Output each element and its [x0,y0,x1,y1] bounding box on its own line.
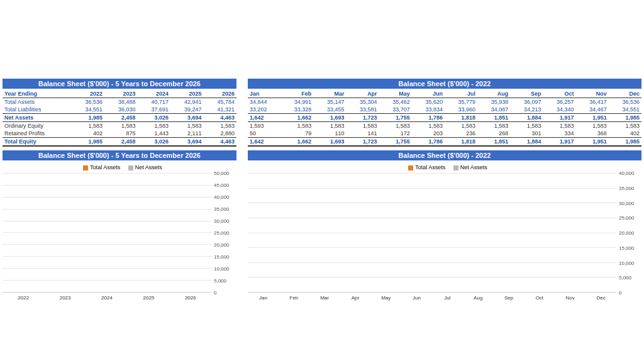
col-h: Mar [313,90,346,98]
legend-label: Total Assets [415,164,445,170]
cell: 268 [477,130,510,138]
cell: 1,723 [346,138,379,147]
cell: 1,851 [477,138,510,147]
x-tick: 2024 [86,295,128,301]
col-h: Nov [576,90,609,98]
col-h: 2025 [170,90,203,98]
cell: 1,723 [346,114,379,122]
cell: 33,455 [313,106,346,114]
x-tick: 2026 [170,295,211,301]
cell: 1,884 [510,138,543,147]
cell: 1,693 [313,138,346,147]
x-tick: Jul [432,295,463,301]
cell: 36,257 [543,98,575,106]
cell: 236 [445,130,477,138]
cell: 1,583 [445,122,477,130]
cell: 1,917 [543,138,575,147]
x-tick: Jun [401,295,432,301]
cell: 1,985 [72,114,104,122]
cell: 1,786 [412,138,445,147]
cell: 35,620 [412,98,445,106]
cell: 1,818 [445,138,477,147]
cell: 1,583 [510,122,543,130]
y-tick: 0 [619,290,621,296]
cell: 2,880 [203,130,236,138]
left-chart-title: Balance Sheet ($'000) - 5 Years to Decem… [3,150,236,160]
cell: 79 [280,130,313,138]
y-tick: 45,000 [214,182,229,188]
x-tick: Sep [494,295,525,301]
cell: 3,694 [170,138,203,147]
y-tick: 15,000 [214,254,229,260]
cell: 34,467 [576,106,609,114]
cell: 1,583 [170,122,203,130]
col-h: Jun [412,90,445,98]
col-h: 2026 [203,90,236,98]
cell: 402 [609,130,641,138]
cell: 34,551 [609,106,641,114]
y-tick: 40,000 [619,170,634,176]
x-tick: Feb [279,295,309,301]
legend-swatch-orange [408,165,413,170]
cell: 33,581 [346,106,379,114]
cell: 1,583 [609,122,641,130]
col-h: Jan [248,90,280,98]
col-h: 2024 [138,90,170,98]
cell: 1,917 [543,114,575,122]
cell: 1,951 [576,114,609,122]
cell: 1,583 [346,122,379,130]
cell: 35,147 [313,98,346,106]
cell: 1,593 [248,122,280,130]
cell: 36,536 [609,98,641,106]
cell: 203 [412,130,445,138]
col-h: Oct [543,90,575,98]
cell: 1,985 [609,138,641,147]
cell: 1,583 [72,122,104,130]
x-tick: Mar [309,295,340,301]
x-tick: Aug [463,295,494,301]
x-tick: Nov [555,295,586,301]
cell: 1,583 [412,122,445,130]
legend-label: Net Assets [460,164,487,170]
y-tick: 35,000 [214,206,229,212]
legend-swatch-orange [83,165,88,170]
cell: 875 [104,130,137,138]
row-label: Total Liabilities [3,106,72,114]
cell: 1,851 [477,114,510,122]
cell: 34,213 [510,106,543,114]
cell: 41,321 [203,106,236,114]
cell: 1,443 [138,130,170,138]
cell: 36,097 [510,98,543,106]
right-table: JanFebMarAprMayJunJulAugSepOctNovDec 34,… [248,90,641,147]
col-h: Aug [477,90,510,98]
cell: 1,583 [104,122,137,130]
col-h: Sep [510,90,543,98]
cell: 3,026 [138,114,170,122]
cell: 33,834 [412,106,445,114]
col-h: Feb [280,90,313,98]
cell: 34,991 [280,98,313,106]
y-tick: 50,000 [214,170,229,176]
cell: 1,985 [609,114,641,122]
cell: 36,417 [576,98,609,106]
cell: 45,784 [203,98,236,106]
cell: 1,583 [477,122,510,130]
cell: 1,662 [280,138,313,147]
legend-swatch-gray [128,165,133,170]
cell: 34,844 [248,98,280,106]
left-table: Year Ending 2022 2023 2024 2025 2026 Tot… [3,90,236,147]
x-tick: Apr [340,295,370,301]
y-tick: 35,000 [619,185,634,191]
legend-swatch-gray [453,165,458,170]
row-label: Total Assets [3,98,72,106]
cell: 1,662 [280,114,313,122]
cell: 2,458 [104,138,137,147]
cell: 40,717 [138,98,170,106]
legend-label: Total Assets [90,164,120,170]
x-tick: May [370,295,401,301]
y-tick: 20,000 [619,230,634,236]
cell: 50 [248,130,280,138]
cell: 37,691 [138,106,170,114]
cell: 38,488 [104,98,137,106]
left-table-title: Balance Sheet ($'000) - 5 Years to Decem… [3,79,236,89]
